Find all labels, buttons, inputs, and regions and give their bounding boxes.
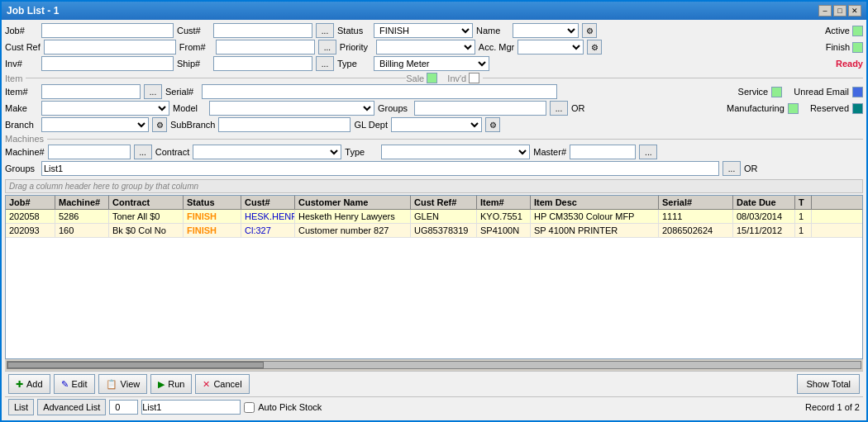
form-area: Job# Cust# ... Status FINISH Name ⚙ Acti… <box>5 23 863 178</box>
gldept-select[interactable] <box>391 117 482 132</box>
accmgr-select[interactable] <box>517 40 584 55</box>
custref-input[interactable] <box>44 40 176 55</box>
machinenum-label: Machine# <box>5 147 45 157</box>
masternum-dots-btn[interactable]: ... <box>639 145 657 159</box>
cell-t-0: 1 <box>795 210 812 223</box>
groups2-dots-btn[interactable]: ... <box>723 161 741 176</box>
reserved-checkbox[interactable] <box>852 103 863 114</box>
cell-contract-0: Toner All $0 <box>109 210 184 223</box>
manufacturing-checkbox[interactable] <box>788 103 799 114</box>
groups-label: Groups <box>378 103 411 113</box>
edit-button[interactable]: ✎ Edit <box>54 374 95 394</box>
cust-dots-btn[interactable]: ... <box>316 23 334 38</box>
view-label: View <box>121 379 141 389</box>
make-select[interactable] <box>41 101 169 116</box>
col-header-machine[interactable]: Machine# <box>55 196 109 209</box>
table-row[interactable]: 202058 5286 Toner All $0 FINISH HESK.HEN… <box>6 210 862 224</box>
main-window: Job List - 1 – □ ✕ Job# Cust# ... Status… <box>0 0 868 422</box>
machinenum-input[interactable] <box>48 145 131 159</box>
ship-dots-btn[interactable]: ... <box>316 56 334 71</box>
serial-input[interactable] <box>202 84 557 99</box>
col-header-serial[interactable]: Serial# <box>659 196 733 209</box>
show-total-button[interactable]: Show Total <box>797 374 860 394</box>
col-header-cust[interactable]: Cust# <box>241 196 295 209</box>
groups2-input[interactable] <box>41 161 719 176</box>
type2-select[interactable] <box>381 145 530 159</box>
add-label: Add <box>26 379 43 389</box>
cancel-label: Cancel <box>213 379 241 389</box>
minimize-btn[interactable]: – <box>818 5 832 17</box>
status-select[interactable]: FINISH <box>374 23 473 38</box>
manufacturing-label: Manufacturing <box>727 103 785 113</box>
branch-select[interactable] <box>41 117 149 132</box>
scrollbar-thumb[interactable] <box>7 362 264 368</box>
name-select[interactable] <box>513 23 579 38</box>
job-label: Job# <box>5 26 38 36</box>
machinenum-dots-btn[interactable]: ... <box>134 145 152 159</box>
finish-label: Finish <box>826 42 850 52</box>
active-checkbox[interactable] <box>852 26 863 36</box>
col-header-item[interactable]: Item# <box>477 196 531 209</box>
run-button[interactable]: ▶ Run <box>150 374 192 394</box>
col-header-itemdesc[interactable]: Item Desc <box>531 196 659 209</box>
advanced-list-tab[interactable]: Advanced List <box>37 399 106 415</box>
cust-input[interactable] <box>213 23 312 38</box>
col-header-custname[interactable]: Customer Name <box>295 196 411 209</box>
contract-select[interactable] <box>193 145 341 159</box>
type-select[interactable]: Billing Meter <box>374 56 489 71</box>
cancel-button[interactable]: ✕ Cancel <box>195 374 249 394</box>
groups-or: OR <box>571 103 585 113</box>
cell-custname-0: Hesketh Henry Lawyers <box>295 210 411 223</box>
grid-body: 202058 5286 Toner All $0 FINISH HESK.HEN… <box>6 210 862 358</box>
list-tab[interactable]: List <box>8 399 34 415</box>
horizontal-scrollbar[interactable] <box>7 361 861 369</box>
finish-checkbox[interactable] <box>852 42 863 53</box>
service-checkbox[interactable] <box>771 87 782 97</box>
itemnum-input[interactable] <box>41 84 141 99</box>
col-header-t[interactable]: T <box>795 196 812 209</box>
unread-email-checkbox[interactable] <box>852 87 863 97</box>
add-button[interactable]: ✚ Add <box>8 374 50 394</box>
itemnum-dots-btn[interactable]: ... <box>144 84 162 99</box>
model-select[interactable] <box>209 101 374 116</box>
subbranch-input[interactable] <box>218 117 351 132</box>
cell-job-1: 202093 <box>6 224 55 237</box>
col-header-status[interactable]: Status <box>184 196 241 209</box>
table-row[interactable]: 202093 160 Bk $0 Col No FINISH Cl:327 Cu… <box>6 224 862 238</box>
col-header-custref[interactable]: Cust Ref# <box>411 196 477 209</box>
branch-gear-btn[interactable]: ⚙ <box>152 117 167 132</box>
ship-input[interactable] <box>213 56 312 71</box>
unread-email-label: Unread Email <box>794 87 849 97</box>
cell-machine-0: 5286 <box>55 210 109 223</box>
view-icon: 📋 <box>106 379 117 390</box>
col-header-job[interactable]: Job# <box>6 196 55 209</box>
cell-serial-1: 2086502624 <box>659 224 733 237</box>
close-btn[interactable]: ✕ <box>848 5 861 17</box>
groups-dots-btn[interactable]: ... <box>550 101 568 116</box>
list-number-input[interactable] <box>109 400 138 415</box>
list-name-input[interactable] <box>141 400 241 415</box>
auto-pick-stock-checkbox[interactable] <box>244 402 255 413</box>
inv-input[interactable] <box>41 56 174 71</box>
job-input[interactable] <box>41 23 174 38</box>
sale-checkbox[interactable] <box>427 73 437 83</box>
col-header-datedue[interactable]: Date Due <box>733 196 795 209</box>
name-gear-btn[interactable]: ⚙ <box>582 23 597 38</box>
restore-btn[interactable]: □ <box>833 5 847 17</box>
from-input[interactable] <box>216 40 315 55</box>
accmgr-gear-btn[interactable]: ⚙ <box>587 40 602 55</box>
from-dots-btn[interactable]: ... <box>318 40 336 55</box>
run-icon: ▶ <box>158 379 165 390</box>
groups-input[interactable] <box>414 101 546 116</box>
masternum-input[interactable] <box>570 145 636 159</box>
invd-checkbox[interactable] <box>469 73 479 83</box>
cell-cust-1: Cl:327 <box>241 224 295 237</box>
cell-custref-1: UG85378319 <box>411 224 477 237</box>
auto-pick-stock-label: Auto Pick Stock <box>258 402 322 412</box>
masternum-label: Master# <box>533 147 566 157</box>
cell-status-1: FINISH <box>184 224 241 237</box>
view-button[interactable]: 📋 View <box>98 374 148 394</box>
gldept-gear-btn[interactable]: ⚙ <box>485 117 500 132</box>
col-header-contract[interactable]: Contract <box>109 196 184 209</box>
priority-select[interactable] <box>376 40 475 55</box>
